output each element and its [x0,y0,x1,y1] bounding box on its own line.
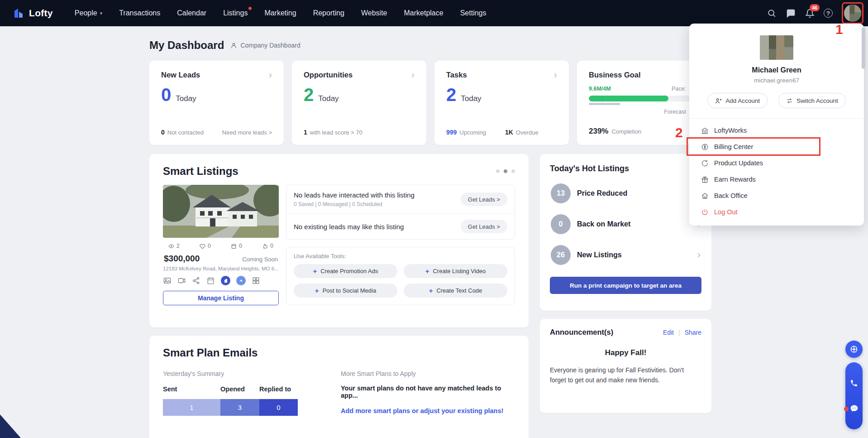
announcements-card: Announcement(s) Edit | Share Happy Fall!… [540,319,711,413]
annotation-box-avatar [842,2,863,24]
get-leads-button[interactable]: Get Leads > [461,193,507,206]
overdue-tasks[interactable]: 1K Overdue [505,129,539,136]
loftyworks-icon [701,127,709,135]
scheduled-stat: 0 [231,243,242,249]
create-text-code-button[interactable]: + Create Text Code [404,284,507,298]
nav-item-label: Settings [460,9,486,17]
menu-item-earn-rewards[interactable]: Earn Rewards [689,171,864,188]
top-navigation: Lofty People ▾ Transactions Calendar Lis… [0,0,868,26]
nav-item-settings[interactable]: Settings [460,9,486,17]
add-smart-plans-link[interactable]: Add more smart plans or adjust your exis… [341,407,515,414]
nav-item-calendar[interactable]: Calendar [177,9,206,17]
building-tool-icon[interactable] [221,276,230,285]
print-campaign-button[interactable]: Run a print campaign to target an area [550,277,701,294]
share-icon[interactable] [192,276,200,285]
nav-item-listings[interactable]: Listings [223,9,248,17]
tasks-card[interactable]: Tasks › 2 Today 999 Upcoming 1K Overdue [434,61,569,145]
brand-name: Lofty [29,8,53,19]
nav-item-people[interactable]: People ▾ [75,9,102,17]
card-title: Opportunities [304,71,353,79]
new-leads-card[interactable]: New Leads › 0 Today 0 Not contacted Need… [149,61,284,145]
need-more-leads-link[interactable]: Need more leads > [222,129,272,136]
create-promotion-ads-button[interactable]: + Create Promotion Ads [294,264,397,278]
messages-icon[interactable] [786,8,796,18]
hot-row-price-reduced[interactable]: 13 Price Reduced [550,178,701,209]
nav-item-transactions[interactable]: Transactions [119,9,160,17]
search-icon[interactable] [767,8,777,18]
nav-item-label: Calendar [177,9,206,17]
hot-listings-card: Today's Hot Listings 13 Price Reduced 0 … [540,154,711,311]
scrollbar-thumb[interactable] [862,27,865,69]
gift-icon [701,176,709,183]
add-account-button[interactable]: Add Account [707,93,768,108]
menu-item-label: Back Office [714,192,748,199]
chevron-right-icon[interactable]: › [554,71,557,79]
menu-item-log-out[interactable]: Log Out [689,204,864,220]
calendar-icon [231,243,237,249]
nav-item-marketing[interactable]: Marketing [264,9,296,17]
video-icon[interactable] [177,276,186,285]
hot-row-back-on-market[interactable]: 0 Back on Market › [550,209,701,240]
menu-item-loftyworks[interactable]: LoftyWorks [689,122,864,139]
nav-item-website[interactable]: Website [361,9,387,17]
listing-photo[interactable] [163,185,279,238]
chat-button[interactable] [850,404,858,413]
dashboard-main: My Dashboard Company Dashboard New Leads… [149,39,711,438]
listing-stats: 2 0 0 [163,243,279,249]
widget-wheel-button[interactable] [845,341,863,358]
hot-listings-title: Today's Hot Listings [550,164,629,173]
boat-tool-icon[interactable] [236,276,246,285]
favorites-stat: 0 [200,243,211,249]
count-badge: 13 [551,183,571,203]
menu-item-product-updates[interactable]: Product Updates [689,155,864,171]
brand[interactable]: Lofty [13,7,53,19]
nav-item-marketplace[interactable]: Marketplace [404,9,444,17]
notifications-bell-icon[interactable]: 46 [805,8,815,18]
carousel-dot-active[interactable] [504,169,507,173]
help-icon[interactable]: ? [824,9,833,18]
carousel-dot[interactable] [511,169,515,173]
share-link[interactable]: Share [685,329,701,336]
listing-quick-tools [163,276,279,285]
dashboard-scope[interactable]: Company Dashboard [230,42,300,49]
grid-icon[interactable] [252,276,260,285]
count-badge: 0 [551,214,571,234]
lead-row-text: No existing leads may like this listing [294,223,404,231]
upcoming-tasks[interactable]: 999 Upcoming [446,129,486,136]
nav-item-reporting[interactable]: Reporting [313,9,344,17]
get-leads-button[interactable]: Get Leads > [461,220,507,233]
phone-button[interactable] [850,379,858,387]
chevron-right-icon[interactable]: › [269,71,272,79]
create-listing-video-button[interactable]: + Create Listing Video [404,264,507,278]
billing-icon [701,143,709,151]
edit-link[interactable]: Edit [663,329,674,336]
chevron-right-icon[interactable]: › [411,71,415,79]
switch-account-button[interactable]: Switch Account [778,93,846,108]
lead-row: No existing leads may like this listing … [286,213,515,239]
goal-completion-value: 239% [589,127,608,136]
manage-listing-button[interactable]: Manage Listing [163,291,279,305]
hot-row-new-listings[interactable]: 26 New Listings › [550,240,701,270]
smart-listings-card: Smart Listings [149,154,529,327]
post-to-social-media-button[interactable]: + Post to Social Media [294,284,397,298]
unit-label: Today [461,94,481,103]
widget-notification-dot [844,407,849,411]
button-label: Switch Account [796,97,838,104]
updates-icon [701,159,709,167]
opportunities-card[interactable]: Opportunities › 2 Today 1 with lead scor… [292,61,426,145]
calendar-icon[interactable] [206,276,215,285]
user-name: Michael Green [689,66,864,74]
smart-plan-emails-card: Smart Plan Emails Yesterday's Summary Se… [149,336,529,438]
menu-item-label: Log Out [714,208,738,216]
plus-icon: + [425,267,429,275]
carousel-dot[interactable] [496,169,500,173]
more-smart-plans-label: More Smart Plans to Apply [341,370,515,377]
menu-item-back-office[interactable]: Back Office [689,188,864,204]
menu-item-billing-center[interactable]: Billing Center [689,139,864,155]
photo-icon[interactable] [163,276,172,285]
yesterdays-summary-label: Yesterday's Summary [163,370,337,377]
chevron-right-icon: › [697,249,701,261]
email-summary-bar: 1 3 0 [163,399,337,416]
user-avatar[interactable] [844,5,861,22]
announcements-title: Announcement(s) [550,328,613,337]
